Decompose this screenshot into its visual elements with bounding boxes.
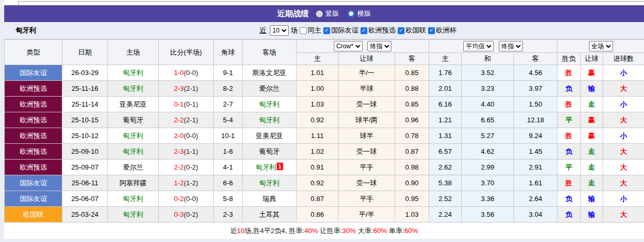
home-team-name: 匈牙利 [123,211,144,218]
corner-score: 5-8 [214,191,243,207]
filters-group: 近 10 场 同主 ✓ 国际友谊 ✓ 欧洲预选 ✓ 欧国联 ✓ [259,25,456,36]
section-title-bar: 近期战绩 竖版 横版 [4,5,644,22]
home-team: 匈牙利 [108,65,159,81]
home-team: 阿塞拜疆 [108,175,159,191]
filter-nations-league-label[interactable]: 欧国联 [406,26,426,35]
away-team: 匈牙利 [243,97,297,112]
handicap-away-odds: 0.85 [395,65,429,81]
odds-away-win: 1.45 [514,144,558,160]
away-team: 瑞典 [243,191,297,207]
layout-option-vertical[interactable]: 竖版 [316,9,339,18]
filter-friendly[interactable]: ✓ 国际友谊 [323,26,358,35]
same-home-filter[interactable]: 同主 [300,26,321,35]
away-note-badge: 1 [277,163,283,170]
handicap-stage-select[interactable]: 终指 [367,41,391,51]
odds-draw: 3.23 [462,81,514,97]
handicap-line: 球半/两 [339,112,395,128]
table-row: 欧国联 25-03-24 匈牙利 0-3(0-2) 2-3 土耳其 0.86 平… [5,207,644,223]
home-team: 爱尔兰 [108,160,159,175]
match-type-badge: 欧洲预选 [5,128,62,144]
table-row: 欧洲预选 25-09-10 匈牙利 2-3(1-1) 1-6 葡萄牙 1.02 … [5,144,644,160]
col-header-ah-away: 客 [395,53,429,65]
away-team: 斯洛文尼亚 [243,65,297,81]
recent-link[interactable]: 近 [259,26,266,35]
corner-score: 2-7 [214,97,243,112]
result-scope-select[interactable]: 全场 [589,41,613,51]
radio-vertical-label[interactable]: 竖版 [325,9,339,18]
match-type-badge: 欧洲预选 [5,112,62,128]
odds-home-win: 6.16 [429,97,462,112]
corner-score: 6-6 [214,175,243,191]
result-goals: 大 [603,112,644,128]
away-team-name: 亚美尼亚 [256,132,283,140]
col-header-result-handicap: 让球 [581,53,603,65]
odds-source-select[interactable]: 平均值 [463,41,494,51]
handicap-away-odds: 0.88 [395,81,429,97]
away-team-name: 匈牙利 [259,179,280,187]
home-team: 匈牙利 [108,81,159,97]
match-date: 25-06-07 [62,191,108,207]
filter-euro-cup-label[interactable]: 欧洲杯 [436,26,456,35]
team-name-label: 匈牙利 [4,26,36,35]
match-date: 25-03-24 [62,207,108,223]
same-home-label[interactable]: 同主 [308,26,321,35]
result-handicap: 走 [581,97,603,112]
result-goals: 大 [603,81,644,97]
result-goals: 小 [603,191,644,207]
filter-euro-qualifier[interactable]: ✓ 欧洲预选 [361,26,396,35]
odds-home-win: 2.62 [429,160,462,175]
col-header-eu-draw: 和 [462,53,514,65]
corner-score: 10-1 [214,128,243,144]
result-handicap: 走 [581,175,603,191]
score-cell: 0-1(0-1) [159,97,214,112]
handicap-away-odds: 0.96 [395,112,429,128]
radio-horizontal-icon[interactable] [347,10,355,17]
col-header-ah-home: 主 [297,53,339,65]
filter-euro-cup[interactable]: ✓ 欧洲杯 [428,26,456,35]
home-team: 匈牙利 [108,191,159,207]
radio-vertical-icon[interactable] [316,10,323,17]
away-team: 匈牙利 [243,112,297,128]
odds-stage-select[interactable]: 终指 [499,41,523,51]
away-team: 匈牙利 [243,175,297,191]
half-time-score: (0-0) [184,69,198,77]
filter-friendly-label[interactable]: 国际友谊 [331,26,358,35]
score-cell: 2-0(0-0) [159,128,214,144]
filter-nations-league[interactable]: ✓ 欧国联 [398,26,426,35]
layout-option-horizontal[interactable]: 横版 [347,9,371,18]
handicap-line: 受一球 [339,97,395,112]
handicap-line: 受一球 [339,144,395,160]
col-header-ah-line: 让球 [339,53,395,65]
euro-qualifier-checkbox[interactable]: ✓ [361,27,367,34]
summary-bar: 近10场,胜4平2负4, 胜率:40% 让胜率:30% 大率:60% 单率:60… [4,223,644,239]
handicap-group-header: Crow* 终指 [297,40,429,53]
match-date: 25-11-16 [62,81,108,97]
odds-home-win: 1.21 [429,112,462,128]
full-time-score: 2-3 [174,85,184,92]
euro-cup-checkbox[interactable]: ✓ [428,27,435,34]
odds-away-win: 1.61 [514,175,558,191]
away-team: 亚美尼亚 [243,128,297,144]
result-handicap: 输 [581,81,603,97]
same-home-checkbox[interactable] [300,27,307,34]
nations-league-checkbox[interactable]: ✓ [398,27,405,34]
match-date: 25-09-10 [62,144,108,160]
table-row: 国际友谊 25-06-11 阿塞拜疆 1-2(1-2) 6-6 匈牙利 0.92… [5,175,644,191]
odds-away-win: 2.91 [514,160,558,175]
friendly-checkbox[interactable]: ✓ [323,27,330,34]
col-header-date: 日期 [62,40,108,65]
matches-label: 场 [291,26,298,35]
recent-count-select[interactable]: 10 [270,25,289,36]
score-cell: 2-2(0-2) [159,160,214,175]
odds-draw: 6.65 [462,112,514,128]
away-team: 葡萄牙 [243,144,297,160]
odds-home-win: 5.38 [429,175,462,191]
full-time-score: 2-0 [174,132,184,140]
handicap-home-odds: 0.87 [297,191,339,207]
match-type-badge: 欧洲预选 [5,160,62,175]
col-header-home: 主场 [108,40,159,65]
handicap-away-odds: 0.85 [395,97,429,112]
bookmaker-select[interactable]: Crow* [334,41,363,51]
filter-euro-qualifier-label[interactable]: 欧洲预选 [368,26,396,35]
radio-horizontal-label[interactable]: 横版 [357,9,371,18]
